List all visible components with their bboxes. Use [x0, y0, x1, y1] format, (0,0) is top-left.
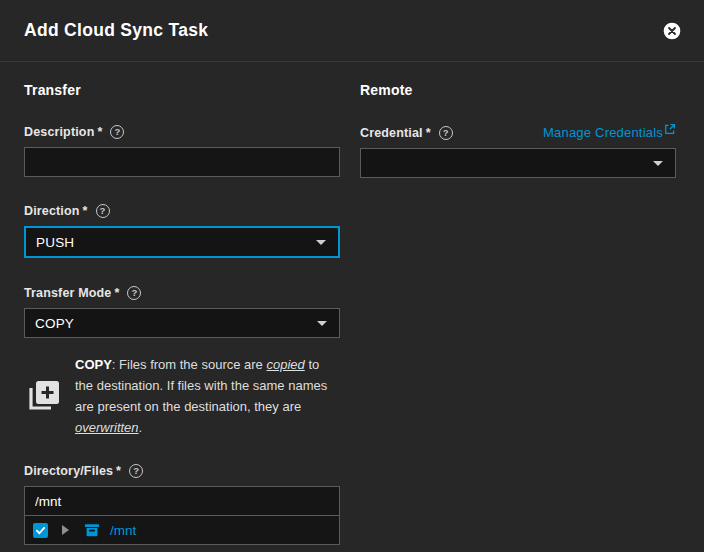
credential-select[interactable]	[360, 148, 676, 178]
description-label: Description*	[24, 125, 102, 139]
description-input[interactable]	[24, 147, 340, 177]
section-title-transfer: Transfer	[24, 82, 340, 98]
dialog-header: Add Cloud Sync Task	[0, 0, 704, 62]
transfer-mode-select[interactable]: COPY	[24, 308, 340, 338]
help-icon[interactable]: ?	[110, 125, 124, 139]
directory-files-label-row: Directory/Files* ?	[24, 464, 340, 478]
direction-select[interactable]: PUSH	[24, 226, 340, 258]
directory-files-input[interactable]	[24, 486, 340, 516]
chevron-down-icon	[316, 240, 326, 245]
close-button[interactable]	[662, 21, 682, 41]
help-icon[interactable]: ?	[439, 126, 453, 140]
manage-credentials-link[interactable]: Manage Credentials	[543, 125, 676, 140]
dialog-title: Add Cloud Sync Task	[24, 20, 208, 41]
help-icon[interactable]: ?	[127, 286, 141, 300]
description-label-row: Description* ?	[24, 125, 340, 139]
transfer-mode-hint: COPY: Files from the source are copied t…	[24, 354, 340, 438]
directory-files-label: Directory/Files*	[24, 464, 121, 478]
chevron-down-icon	[653, 161, 663, 166]
transfer-mode-label-row: Transfer Mode* ?	[24, 286, 340, 300]
directory-tree: /mnt	[24, 515, 340, 545]
tree-node-label[interactable]: /mnt	[110, 523, 136, 538]
direction-label-row: Direction* ?	[24, 204, 340, 218]
transfer-column: Transfer Description* ? Direction* ? PUS…	[24, 62, 340, 545]
tree-expander-icon[interactable]	[62, 525, 69, 535]
credential-label: Credential* ?	[360, 126, 453, 140]
direction-select-value: PUSH	[36, 235, 74, 250]
help-icon[interactable]: ?	[129, 464, 143, 478]
dialog-body: Transfer Description* ? Direction* ? PUS…	[0, 62, 704, 545]
chevron-down-icon	[317, 321, 327, 326]
transfer-mode-label: Transfer Mode*	[24, 286, 119, 300]
copy-add-icon	[24, 377, 62, 415]
check-icon	[35, 525, 46, 536]
hint-text: COPY: Files from the source are copied t…	[75, 354, 340, 438]
transfer-mode-select-value: COPY	[35, 316, 74, 331]
section-title-remote: Remote	[360, 82, 676, 98]
remote-column: Remote Credential* ? Manage Credentials	[360, 62, 676, 545]
close-icon	[662, 21, 682, 41]
tree-node-checkbox[interactable]	[33, 523, 48, 538]
dataset-icon	[82, 520, 102, 540]
external-link-icon	[664, 123, 676, 135]
help-icon[interactable]: ?	[96, 204, 110, 218]
credential-label-row: Credential* ? Manage Credentials	[360, 125, 676, 140]
direction-label: Direction*	[24, 204, 88, 218]
add-cloud-sync-task-dialog: Add Cloud Sync Task Transfer Description…	[0, 0, 704, 552]
